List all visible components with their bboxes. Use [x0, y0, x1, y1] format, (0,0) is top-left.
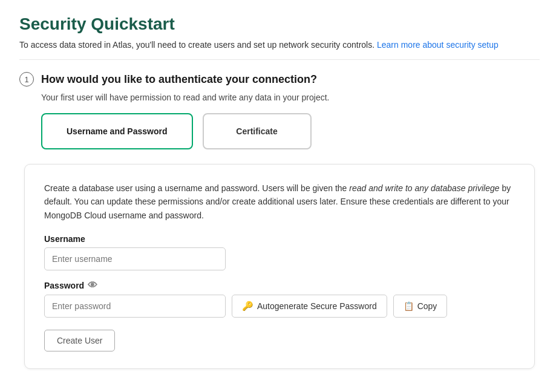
eye-icon[interactable]: 👁	[88, 280, 97, 291]
form-card: Create a database user using a username …	[24, 164, 535, 369]
learn-more-link[interactable]: Learn more about security setup	[377, 40, 499, 50]
step-description: Your first user will have permission to …	[41, 93, 540, 102]
auth-options: Username and Password Certificate	[41, 113, 540, 149]
auth-option-certificate[interactable]: Certificate	[203, 113, 312, 149]
autogenerate-button[interactable]: 🔑 Autogenerate Secure Password	[232, 295, 387, 318]
step-1-section: 1 How would you like to authenticate you…	[19, 72, 540, 369]
copy-icon: 📋	[404, 301, 414, 311]
step-header: 1 How would you like to authenticate you…	[19, 72, 540, 87]
key-icon: 🔑	[242, 301, 253, 312]
password-row: 🔑 Autogenerate Secure Password 📋 Copy	[44, 295, 515, 318]
create-user-button[interactable]: Create User	[44, 330, 115, 351]
username-label: Username	[44, 234, 515, 244]
password-field-group: Password 👁 🔑 Autogenerate Secure Passwor…	[44, 280, 515, 318]
password-input[interactable]	[44, 295, 226, 318]
subtitle: To access data stored in Atlas, you'll n…	[19, 40, 540, 60]
password-label: Password 👁	[44, 280, 515, 291]
form-info-text: Create a database user using a username …	[44, 181, 515, 222]
auth-option-username-password[interactable]: Username and Password	[41, 113, 193, 149]
username-input[interactable]	[44, 247, 226, 270]
username-field-group: Username	[44, 234, 515, 280]
step-title: How would you like to authenticate your …	[41, 73, 317, 86]
step-number: 1	[19, 72, 34, 87]
page-title: Security Quickstart	[19, 15, 540, 34]
copy-button[interactable]: 📋 Copy	[393, 295, 448, 318]
